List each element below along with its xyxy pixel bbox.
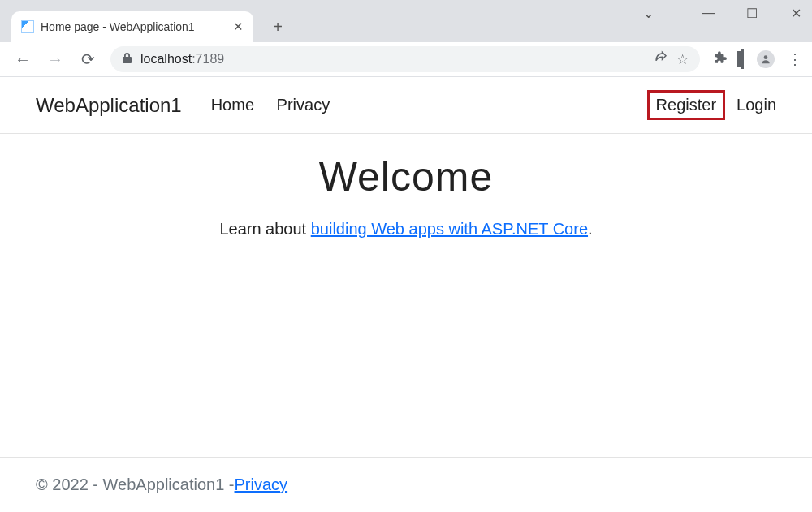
tab-close-icon[interactable]: ✕: [233, 19, 244, 34]
window-maximize-icon[interactable]: ☐: [742, 3, 762, 23]
window-minimize-icon[interactable]: —: [698, 3, 718, 23]
page-heading: Welcome: [0, 153, 812, 200]
page: WebApplication1 Home Privacy Register Lo…: [0, 77, 812, 512]
main-content: Welcome Learn about building Web apps wi…: [0, 134, 812, 457]
nav-register[interactable]: Register: [647, 90, 725, 120]
nav-links: Home Privacy: [211, 96, 348, 114]
footer-privacy-link[interactable]: Privacy: [235, 475, 288, 494]
window-close-icon[interactable]: ✕: [786, 3, 806, 23]
url-port: :7189: [192, 52, 224, 66]
lead-link[interactable]: building Web apps with ASP.NET Core: [311, 220, 588, 238]
share-icon[interactable]: [654, 50, 668, 69]
url-host: localhost: [140, 52, 192, 66]
bookmark-icon[interactable]: ☆: [676, 51, 689, 68]
lead-suffix: .: [588, 220, 593, 238]
tab-title: Home page - WebApplication1: [41, 20, 233, 33]
nav-forward-icon[interactable]: →: [45, 50, 65, 69]
profile-avatar-icon[interactable]: [757, 50, 775, 68]
lead-prefix: Learn about: [219, 220, 310, 238]
nav-privacy[interactable]: Privacy: [277, 96, 330, 114]
kebab-menu-icon[interactable]: ⋮: [788, 50, 802, 68]
footer-copyright: © 2022 - WebApplication1 -: [36, 475, 235, 494]
url-text: localhost:7189: [140, 52, 224, 67]
nav-reload-icon[interactable]: ⟳: [78, 49, 97, 69]
svg-point-0: [764, 55, 768, 59]
side-panel-icon[interactable]: [741, 51, 744, 68]
nav-back-icon[interactable]: ←: [13, 50, 32, 69]
auth-links: Register Login: [647, 90, 776, 120]
site-footer: © 2022 - WebApplication1 - Privacy: [0, 457, 812, 512]
nav-home[interactable]: Home: [211, 96, 254, 114]
window-controls: ⌄ — ☐ ✕: [638, 3, 806, 23]
brand[interactable]: WebApplication1: [36, 94, 182, 117]
new-tab-button[interactable]: +: [265, 14, 291, 40]
tab-strip: Home page - WebApplication1 ✕ +: [11, 11, 291, 42]
extensions-icon[interactable]: [713, 50, 728, 69]
nav-login[interactable]: Login: [736, 96, 776, 114]
url-box[interactable]: localhost:7189 ☆: [110, 46, 700, 72]
window-dropdown-icon[interactable]: ⌄: [638, 3, 658, 23]
browser-chrome: ⌄ — ☐ ✕ Home page - WebApplication1 ✕ + …: [0, 0, 812, 77]
lead-text: Learn about building Web apps with ASP.N…: [0, 220, 812, 239]
lock-icon: [122, 52, 132, 67]
browser-tab[interactable]: Home page - WebApplication1 ✕: [11, 11, 253, 42]
toolbar-right: ⋮: [713, 50, 802, 69]
tab-favicon-icon: [21, 20, 34, 33]
address-bar: ← → ⟳ localhost:7189 ☆ ⋮: [0, 42, 812, 77]
site-navbar: WebApplication1 Home Privacy Register Lo…: [0, 77, 812, 134]
